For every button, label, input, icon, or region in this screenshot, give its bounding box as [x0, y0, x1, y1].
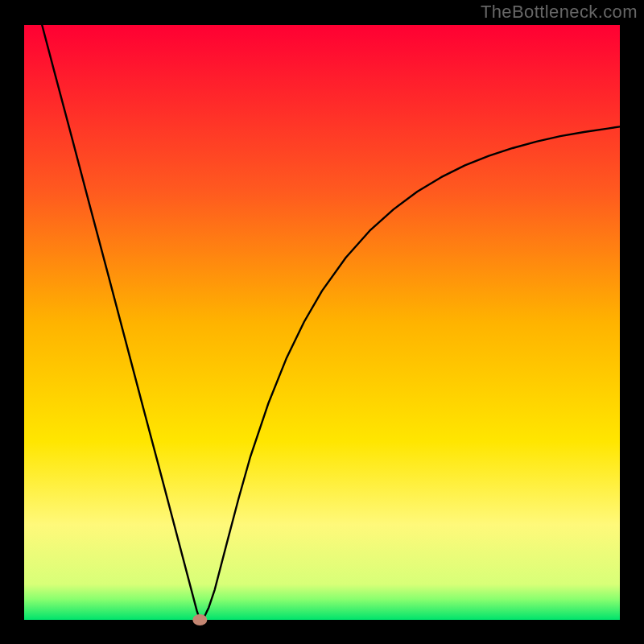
marker-point — [192, 614, 207, 625]
watermark-label: TheBottleneck.com — [481, 2, 638, 23]
chart-svg — [0, 0, 644, 644]
chart-container: TheBottleneck.com — [0, 0, 644, 644]
plot-area — [24, 25, 620, 620]
